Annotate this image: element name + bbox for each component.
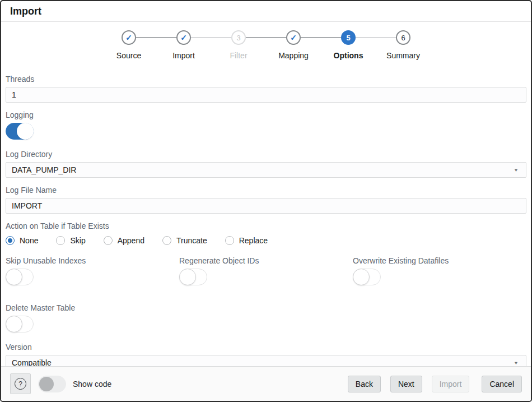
delete-master-table-label: Delete Master Table bbox=[6, 303, 526, 312]
delete-master-table-toggle[interactable] bbox=[6, 316, 34, 332]
check-icon: ✓ bbox=[290, 34, 297, 41]
step-options[interactable]: 5 Options bbox=[321, 30, 376, 60]
radio-truncate-label: Truncate bbox=[176, 236, 207, 245]
skip-unusable-indexes-field: Skip Unusable Indexes bbox=[6, 256, 179, 288]
step-options-label: Options bbox=[334, 51, 363, 60]
step-source-label: Source bbox=[116, 51, 141, 60]
dialog-title: Import bbox=[10, 6, 41, 17]
step-import[interactable]: ✓ Import bbox=[156, 30, 211, 60]
show-code-label: Show code bbox=[73, 380, 111, 389]
radio-skip-label: Skip bbox=[70, 236, 85, 245]
radio-truncate[interactable]: Truncate bbox=[162, 236, 207, 245]
step-summary-circle: 6 bbox=[396, 30, 410, 45]
options-form: Threads Logging Log Directory DATA_PUMP_… bbox=[1, 60, 531, 371]
log-file-name-label: Log File Name bbox=[6, 186, 526, 195]
action-on-table-label: Action on Table if Table Exists bbox=[6, 221, 526, 230]
step-import-circle: ✓ bbox=[176, 30, 191, 45]
delete-master-table-field: Delete Master Table bbox=[6, 303, 526, 335]
regenerate-object-ids-field: Regenerate Object IDs bbox=[179, 256, 353, 288]
radio-replace-label: Replace bbox=[239, 236, 268, 245]
import-dialog: Import ✓ Source ✓ Import 3 Filter ✓ Mapp… bbox=[0, 0, 532, 402]
step-filter-circle: 3 bbox=[231, 30, 246, 45]
skip-unusable-indexes-label: Skip Unusable Indexes bbox=[6, 256, 179, 265]
dialog-footer: ? Show code Back Next Import Cancel bbox=[1, 366, 531, 401]
log-file-name-input[interactable] bbox=[6, 198, 526, 214]
step-summary-label: Summary bbox=[386, 51, 420, 60]
step-mapping[interactable]: ✓ Mapping bbox=[266, 30, 321, 60]
step-options-circle: 5 bbox=[341, 30, 356, 45]
overwrite-existing-datafiles-toggle[interactable] bbox=[353, 269, 381, 285]
overwrite-existing-datafiles-field: Overwrite Existing Datafiles bbox=[353, 256, 526, 288]
step-summary[interactable]: 6 Summary bbox=[376, 30, 431, 60]
version-label: Version bbox=[6, 343, 526, 352]
check-icon: ✓ bbox=[125, 34, 132, 41]
step-mapping-circle: ✓ bbox=[286, 30, 301, 45]
wizard-stepper: ✓ Source ✓ Import 3 Filter ✓ Mapping 5 O… bbox=[101, 30, 431, 60]
radio-replace-circle[interactable] bbox=[225, 236, 234, 245]
footer-buttons: Back Next Import Cancel bbox=[348, 376, 522, 392]
radio-skip[interactable]: Skip bbox=[56, 236, 85, 245]
next-button[interactable]: Next bbox=[390, 376, 422, 392]
toggle-knob bbox=[353, 269, 370, 285]
radio-none-circle[interactable] bbox=[6, 236, 15, 245]
threads-field: Threads bbox=[6, 75, 526, 103]
regenerate-object-ids-toggle[interactable] bbox=[179, 269, 207, 285]
action-radio-group: None Skip Append Truncate Replace bbox=[6, 236, 526, 245]
threads-label: Threads bbox=[6, 75, 526, 84]
toggle-options-row: Skip Unusable Indexes Regenerate Object … bbox=[6, 256, 526, 295]
action-on-table-field: Action on Table if Table Exists None Ski… bbox=[6, 221, 526, 245]
dialog-header: Import bbox=[1, 1, 531, 22]
overwrite-existing-datafiles-label: Overwrite Existing Datafiles bbox=[353, 256, 526, 265]
help-button[interactable]: ? bbox=[10, 373, 31, 394]
skip-unusable-indexes-toggle[interactable] bbox=[6, 269, 34, 285]
radio-append-label: Append bbox=[118, 236, 144, 245]
import-button: Import bbox=[432, 376, 470, 392]
regenerate-object-ids-label: Regenerate Object IDs bbox=[179, 256, 353, 265]
back-button[interactable]: Back bbox=[348, 376, 381, 392]
step-source-circle: ✓ bbox=[122, 30, 136, 45]
logging-toggle[interactable] bbox=[6, 123, 34, 140]
radio-none[interactable]: None bbox=[6, 236, 38, 245]
toggle-knob bbox=[39, 377, 54, 391]
cancel-button[interactable]: Cancel bbox=[482, 376, 522, 392]
step-filter: 3 Filter bbox=[211, 30, 266, 60]
show-code-toggle[interactable] bbox=[38, 376, 66, 392]
radio-truncate-circle[interactable] bbox=[162, 236, 171, 245]
log-directory-field: Log Directory DATA_PUMP_DIR ▼ bbox=[6, 150, 526, 178]
toggle-knob bbox=[179, 269, 196, 285]
radio-skip-circle[interactable] bbox=[56, 236, 65, 245]
threads-input[interactable] bbox=[6, 87, 526, 103]
toggle-knob bbox=[17, 123, 34, 140]
radio-none-label: None bbox=[20, 236, 38, 245]
step-source[interactable]: ✓ Source bbox=[101, 30, 156, 60]
help-icon: ? bbox=[15, 378, 26, 390]
toggle-knob bbox=[6, 269, 22, 285]
radio-replace[interactable]: Replace bbox=[225, 236, 268, 245]
log-directory-label: Log Directory bbox=[6, 150, 526, 159]
toggle-knob bbox=[6, 316, 22, 332]
step-import-label: Import bbox=[172, 51, 195, 60]
log-file-name-field: Log File Name bbox=[6, 186, 526, 214]
radio-append-circle[interactable] bbox=[104, 236, 113, 245]
logging-label: Logging bbox=[6, 110, 526, 119]
check-icon: ✓ bbox=[180, 34, 187, 41]
step-mapping-label: Mapping bbox=[278, 51, 309, 60]
log-directory-select[interactable]: DATA_PUMP_DIR ▼ bbox=[6, 162, 526, 178]
radio-append[interactable]: Append bbox=[104, 236, 144, 245]
step-filter-label: Filter bbox=[230, 51, 247, 60]
log-directory-value: DATA_PUMP_DIR bbox=[12, 165, 76, 174]
chevron-down-icon: ▼ bbox=[514, 361, 519, 366]
chevron-down-icon: ▼ bbox=[514, 168, 519, 173]
logging-field: Logging bbox=[6, 110, 526, 142]
